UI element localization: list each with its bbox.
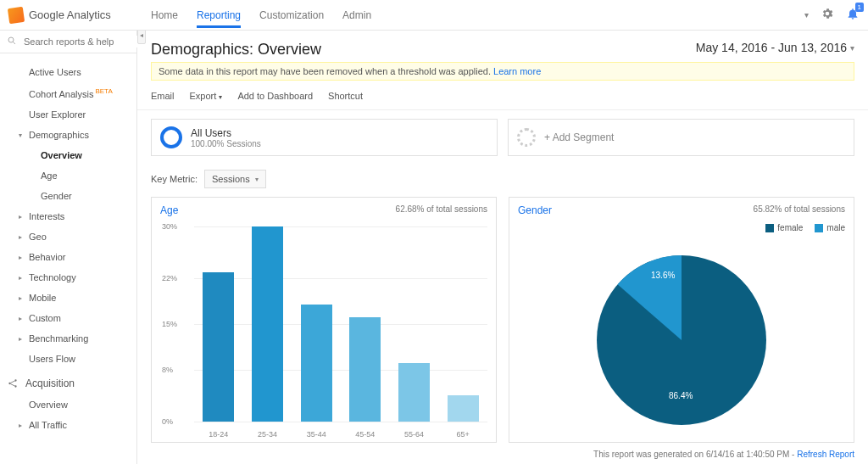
sidebar-item-all-traffic[interactable]: ▸All Traffic xyxy=(0,415,136,435)
chevron-right-icon: ▸ xyxy=(19,233,22,241)
sidebar-item-behavior[interactable]: ▸Behavior xyxy=(0,247,136,267)
pie-label-male: 13.6% xyxy=(651,271,675,280)
svg-line-5 xyxy=(10,381,14,383)
age-bar-65+[interactable] xyxy=(448,395,479,422)
date-range-picker[interactable]: May 14, 2016 - Jun 13, 2016 ▾ xyxy=(696,41,854,54)
age-bar-55-64[interactable] xyxy=(398,363,430,422)
search-box[interactable]: ◂ xyxy=(0,31,136,53)
sidebar-item-geo[interactable]: ▸Geo xyxy=(0,226,136,247)
tab-customization[interactable]: Customization xyxy=(259,2,324,28)
add-segment-label: + Add Segment xyxy=(544,131,614,143)
sidebar-item-benchmarking[interactable]: ▸Benchmarking xyxy=(0,328,136,349)
sidebar-item-age[interactable]: Age xyxy=(0,165,136,186)
add-to-dashboard-button[interactable]: Add to Dashboard xyxy=(237,91,313,101)
age-bar-35-44[interactable] xyxy=(301,305,332,422)
age-bar-18-24[interactable] xyxy=(203,272,234,422)
sidebar-collapse-handle[interactable]: ◂ xyxy=(137,31,146,44)
sidebar-item-gender[interactable]: Gender xyxy=(0,186,136,206)
charts-row: Age 62.68% of total sessions 0%8%15%22%3… xyxy=(137,197,868,446)
notice-learn-more-link[interactable]: Learn more xyxy=(493,66,541,76)
share-icon xyxy=(7,377,19,389)
sidebar-item-label: Behavior xyxy=(29,252,65,262)
x-tick-label: 18-24 xyxy=(194,430,243,439)
notice-text: Some data in this report may have been r… xyxy=(159,66,491,76)
sidebar-item-technology[interactable]: ▸Technology xyxy=(0,267,136,288)
gender-chart-body: female male 86.4%13.6% xyxy=(509,218,854,442)
sidebar-item-active-users[interactable]: Active Users xyxy=(0,62,136,82)
y-tick-label: 0% xyxy=(162,417,173,426)
chevron-right-icon: ▸ xyxy=(19,294,22,302)
topbar: Google Analytics Home Reporting Customiz… xyxy=(0,0,868,31)
sidebar-section-acquisition[interactable]: Acquisition xyxy=(0,369,136,394)
topbar-actions: ▾ 1 xyxy=(804,7,860,23)
search-input[interactable] xyxy=(22,36,142,48)
sidebar-item-label: Mobile xyxy=(29,293,56,303)
sidebar-item-label: Custom xyxy=(29,313,61,323)
threshold-notice: Some data in this report may have been r… xyxy=(151,62,854,81)
chevron-right-icon: ▸ xyxy=(19,335,22,343)
sidebar-item-label: Gender xyxy=(41,191,72,201)
y-tick-label: 22% xyxy=(162,274,177,282)
sidebar-item-label: Users Flow xyxy=(29,354,75,364)
age-bar-45-54[interactable] xyxy=(349,317,381,422)
age-chart-pct: 62.68% of total sessions xyxy=(396,204,487,216)
brand-logo[interactable]: Google Analytics xyxy=(8,8,136,23)
sidebar-item-label: User Explorer xyxy=(29,109,86,120)
key-metric-row: Key Metric: Sessions ▾ xyxy=(137,165,868,197)
account-switcher[interactable]: ▾ xyxy=(804,10,809,20)
x-tick-label: 55-64 xyxy=(390,430,439,439)
sidebar-item-demographics[interactable]: ▾Demographics xyxy=(0,125,136,145)
age-chart-body: 0%8%15%22%30% 18-2425-3435-4445-5455-646… xyxy=(152,218,496,442)
chevron-right-icon: ▸ xyxy=(19,254,22,261)
export-button[interactable]: Export ▾ xyxy=(190,91,223,101)
sidebar-item-mobile[interactable]: ▸Mobile xyxy=(0,288,136,308)
body: ◂ Active UsersCohort AnalysisBETAUser Ex… xyxy=(0,31,868,464)
gender-chart-pct: 65.82% of total sessions xyxy=(754,204,845,216)
age-chart-title: Age xyxy=(160,204,178,216)
sidebar: ◂ Active UsersCohort AnalysisBETAUser Ex… xyxy=(0,31,137,464)
chevron-down-icon: ▾ xyxy=(19,131,22,139)
email-button[interactable]: Email xyxy=(151,91,175,101)
sidebar-item-cohort-analysis[interactable]: Cohort AnalysisBETA xyxy=(0,82,136,104)
svg-line-1 xyxy=(13,42,15,44)
sidebar-item-user-explorer[interactable]: User Explorer xyxy=(0,104,136,125)
x-tick-label: 45-54 xyxy=(341,430,390,439)
refresh-report-link[interactable]: Refresh Report xyxy=(797,450,854,459)
segment-title: All Users xyxy=(191,127,261,139)
gender-chart-title: Gender xyxy=(518,204,552,216)
report-footer: This report was generated on 6/14/16 at … xyxy=(137,446,868,464)
metric-selected-value: Sessions xyxy=(212,174,250,184)
sidebar-item-custom[interactable]: ▸Custom xyxy=(0,308,136,328)
tab-reporting[interactable]: Reporting xyxy=(197,2,241,28)
age-chart-card: Age 62.68% of total sessions 0%8%15%22%3… xyxy=(151,197,497,443)
chevron-down-icon: ▾ xyxy=(255,176,259,183)
sidebar-item-label: Age xyxy=(41,171,58,181)
sidebar-item-overview[interactable]: Overview xyxy=(0,394,136,415)
tab-admin[interactable]: Admin xyxy=(342,2,371,28)
sidebar-item-label: Interests xyxy=(29,211,64,221)
y-tick-label: 8% xyxy=(162,366,173,374)
segment-all-users[interactable]: All Users 100.00% Sessions xyxy=(151,119,498,156)
date-range-text: May 14, 2016 - Jun 13, 2016 xyxy=(696,41,847,54)
top-tabs: Home Reporting Customization Admin xyxy=(151,2,371,28)
tab-home[interactable]: Home xyxy=(151,2,178,28)
sidebar-item-label: Overview xyxy=(29,400,68,410)
sidebar-item-overview[interactable]: Overview xyxy=(0,145,136,165)
sidebar-item-users-flow[interactable]: Users Flow xyxy=(0,349,136,369)
sidebar-item-label: Overview xyxy=(41,150,82,160)
sidebar-item-interests[interactable]: ▸Interests xyxy=(0,206,136,226)
sidebar-item-label: Technology xyxy=(29,272,76,282)
metric-select[interactable]: Sessions ▾ xyxy=(204,170,266,188)
chevron-down-icon: ▾ xyxy=(219,93,222,101)
shortcut-button[interactable]: Shortcut xyxy=(328,91,363,101)
main: Demographics: Overview May 14, 2016 - Ju… xyxy=(137,31,868,464)
age-bar-25-34[interactable] xyxy=(252,226,283,422)
page-title: Demographics: Overview xyxy=(151,41,321,59)
chevron-right-icon: ▸ xyxy=(19,274,22,282)
main-header: Demographics: Overview May 14, 2016 - Ju… xyxy=(137,31,868,62)
sidebar-item-label: Geo xyxy=(29,232,47,242)
notifications-button[interactable]: 1 xyxy=(846,7,860,23)
gear-icon[interactable] xyxy=(821,7,834,23)
beta-badge: BETA xyxy=(95,87,112,95)
add-segment-button[interactable]: + Add Segment xyxy=(508,119,854,156)
